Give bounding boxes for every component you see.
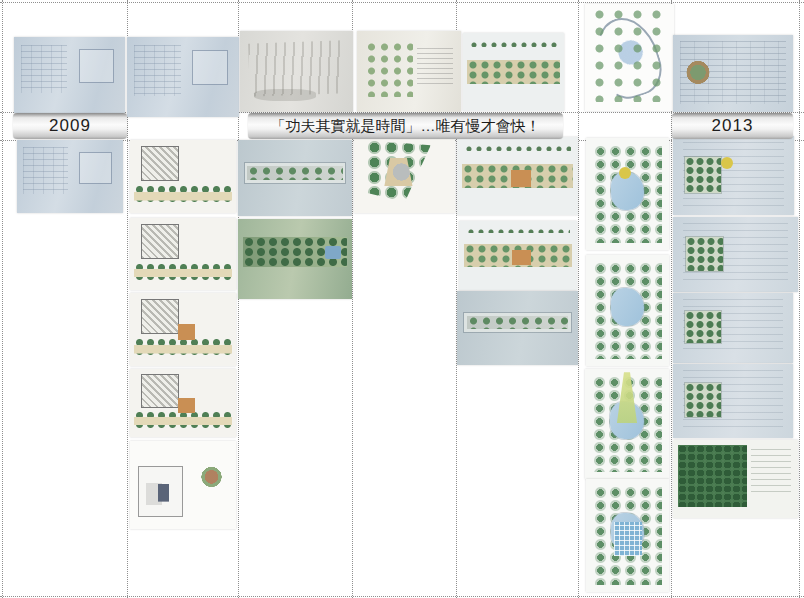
render-photo-1 [238,140,352,216]
park-plan-3 [585,369,669,479]
site-plan-strip-4-accent [178,398,195,413]
colored-sketch-plan [357,31,461,112]
grid-vline-5 [578,0,579,598]
board-photo-1-accent [721,157,733,169]
triangle-site-plan [354,134,455,213]
site-plan-strip-4 [130,369,236,437]
park-plan-3-accent [617,372,637,423]
site-plan-strip-1 [130,140,236,213]
site-plan-strip-3-accent [178,324,195,340]
forest-plan-board [673,440,798,518]
render-photo-2 [238,219,352,299]
grid-hline-3 [0,596,804,597]
grid-vline-7 [799,0,800,598]
linear-plan-2 [459,221,577,290]
year-label-2009: 2009 [13,113,127,139]
board-photo-1 [673,136,794,215]
site-plan-strip-2 [130,218,236,290]
linear-plan-1 [457,137,578,215]
pencil-sketch-page [240,31,353,112]
board-photo-2 [673,217,798,292]
detail-sketch-strip [130,441,236,529]
blueprint-photo-2 [127,37,239,117]
year-label-2013: 2013 [672,113,793,139]
blueprint-photo-3 [17,140,123,213]
slide-canvas: 2009 「功夫其實就是時間」…唯有慢才會快！ 2013 [0,0,804,598]
grid-vline-0 [2,0,3,598]
park-plan-4-accent [614,522,642,556]
year-2009-text: 2009 [49,116,91,136]
park-plan-2 [586,255,669,366]
linear-plans-photo [457,291,578,365]
year-2013-text: 2013 [712,116,754,136]
annotated-board-top [673,35,793,112]
board-photo-3 [673,293,793,363]
linear-plan-2-accent [512,250,531,265]
blueprint-photo-1 [14,37,125,113]
park-plan-1 [586,138,669,250]
curved-site-plan [585,4,674,111]
park-plan-1-accent [619,167,631,179]
quote-text: 「功夫其實就是時間」…唯有慢才會快！ [271,117,541,136]
grid-hline-0 [0,2,804,3]
site-plan-strip-3 [130,293,236,366]
linear-park-plan-top [463,33,564,111]
quote-banner: 「功夫其實就是時間」…唯有慢才會快！ [248,113,563,139]
park-plan-4 [586,479,669,592]
linear-plan-1-accent [511,170,530,187]
board-photo-4 [673,364,793,438]
